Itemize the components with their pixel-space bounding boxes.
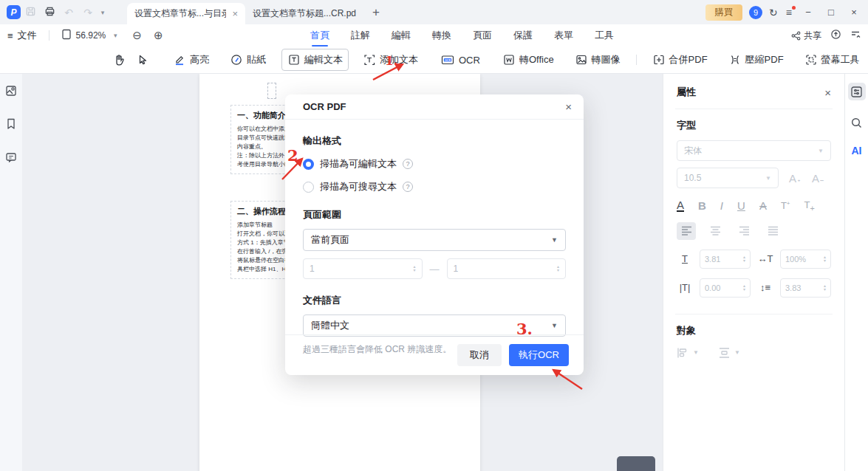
redo-icon[interactable]: ↷ bbox=[78, 7, 98, 18]
tab-document-2[interactable]: 设置文档章节标题...CR.pdf * bbox=[245, 3, 363, 24]
tab-protect[interactable]: 保護 bbox=[513, 25, 533, 46]
object-align-dropdown[interactable]: ▼ bbox=[677, 347, 699, 359]
italic-button[interactable]: I bbox=[720, 199, 723, 212]
align-justify-button[interactable] bbox=[763, 222, 782, 240]
comments-panel-icon[interactable] bbox=[4, 151, 18, 166]
properties-close-icon[interactable]: × bbox=[824, 86, 831, 99]
history-dropdown-icon[interactable]: ▾ bbox=[98, 9, 108, 16]
sync-icon[interactable]: ↻ bbox=[769, 7, 778, 18]
stepper-icons[interactable]: ▴▾ bbox=[413, 265, 415, 272]
stepper-icons[interactable]: ▴▾ bbox=[743, 284, 745, 292]
font-size-select[interactable]: 10.5 ▼ bbox=[677, 168, 779, 188]
highlight-button[interactable]: 高亮 bbox=[168, 49, 214, 70]
document-area[interactable]: 一、功能简介 你可以在文档中添加 目录节点可快速跳转 内容重点。 注：除以上方法… bbox=[22, 74, 663, 471]
object-align-icon bbox=[677, 347, 689, 359]
subscript-button[interactable]: T+ bbox=[804, 199, 815, 213]
tab-home[interactable]: 首頁 bbox=[310, 25, 329, 46]
hand-tool-button[interactable] bbox=[107, 49, 131, 70]
align-center-button[interactable] bbox=[705, 222, 725, 240]
file-menu[interactable]: ≡ 文件 bbox=[7, 29, 37, 42]
tab-convert[interactable]: 轉換 bbox=[432, 25, 451, 46]
select-tool-button[interactable] bbox=[131, 49, 154, 70]
page-from-value: 1 bbox=[310, 264, 315, 274]
radio-editable-text[interactable]: 掃描為可編輯文本 ? bbox=[303, 157, 566, 171]
line-spacing-input[interactable]: 3.83 ▴▾ bbox=[780, 278, 831, 298]
stepper-icons[interactable]: ▴▾ bbox=[557, 265, 559, 272]
tab-label: 设置文档章节标...与目录.pdf bbox=[134, 7, 226, 20]
tab-edit[interactable]: 編輯 bbox=[392, 25, 411, 46]
strikethrough-button[interactable]: A bbox=[759, 199, 767, 212]
buy-button[interactable]: 購買 bbox=[705, 4, 742, 21]
stepper-icons[interactable]: ▴▾ bbox=[743, 255, 745, 263]
compress-pdf-button[interactable]: 壓縮PDF bbox=[723, 49, 789, 70]
screen-tool-button[interactable]: 螢幕工具 bbox=[799, 49, 865, 70]
page-from-input[interactable]: 1 ▴▾ bbox=[303, 258, 423, 279]
decrease-font-icon[interactable]: A˗ bbox=[812, 172, 824, 185]
baseline-input[interactable]: 3.81 ▴▾ bbox=[700, 250, 751, 269]
superscript-button[interactable]: T+ bbox=[781, 200, 790, 211]
share-button[interactable]: 共享 bbox=[791, 30, 821, 42]
maximize-button[interactable]: □ bbox=[823, 7, 839, 18]
ocr-button[interactable]: OCR OCR bbox=[435, 49, 485, 70]
char-scale-input[interactable]: 100% ▴▾ bbox=[780, 250, 831, 269]
save-icon[interactable] bbox=[21, 6, 40, 19]
align-left-button[interactable] bbox=[677, 222, 696, 240]
page-view-icon[interactable] bbox=[61, 29, 72, 42]
tab-close-icon[interactable]: × bbox=[232, 8, 238, 19]
underline-button[interactable]: U bbox=[737, 199, 745, 212]
sticker-button[interactable]: 貼紙 bbox=[225, 49, 271, 70]
minimize-button[interactable]: − bbox=[800, 7, 816, 18]
print-icon[interactable] bbox=[40, 6, 59, 19]
stepper-icons[interactable]: ▴▾ bbox=[824, 284, 826, 292]
tab-annotate[interactable]: 註解 bbox=[351, 25, 370, 46]
chevron-down-icon: ▼ bbox=[765, 175, 771, 182]
stepper-icons[interactable]: ▴▾ bbox=[824, 255, 826, 263]
object-distribute-dropdown[interactable]: ▼ bbox=[718, 347, 740, 359]
properties-title: 屬性 bbox=[677, 86, 696, 99]
zoom-level[interactable]: 56.92% bbox=[76, 30, 106, 41]
font-color-button[interactable]: A bbox=[677, 199, 684, 212]
font-family-select[interactable]: 宋体 ▼ bbox=[677, 140, 831, 161]
merge-pdf-button[interactable]: 合併PDF bbox=[647, 49, 713, 70]
thumbnails-panel-icon[interactable] bbox=[4, 84, 18, 100]
increase-font-icon[interactable]: A˖ bbox=[789, 172, 802, 185]
sticker-label: 貼紙 bbox=[247, 53, 266, 66]
main-menu-icon[interactable]: ≡ bbox=[785, 7, 793, 18]
tab-document-1[interactable]: 设置文档章节标...与目录.pdf × bbox=[127, 3, 245, 24]
zoom-dropdown-icon[interactable]: ▾ bbox=[110, 32, 120, 39]
bold-button[interactable]: B bbox=[698, 199, 706, 212]
upload-icon[interactable] bbox=[830, 29, 841, 42]
to-image-button[interactable]: 轉圖像 bbox=[570, 49, 626, 70]
zoom-out-icon[interactable]: ⊖ bbox=[132, 29, 142, 42]
properties-panel-toggle[interactable] bbox=[848, 83, 866, 100]
char-spacing-input[interactable]: 0.00 ▴▾ bbox=[700, 278, 751, 298]
to-office-button[interactable]: 轉Office bbox=[497, 49, 559, 70]
search-button[interactable] bbox=[848, 114, 866, 131]
new-tab-button[interactable]: + bbox=[363, 5, 389, 20]
notification-badge[interactable]: 9 bbox=[749, 6, 762, 19]
align-right-button[interactable] bbox=[734, 222, 753, 240]
text-cursor-box bbox=[267, 83, 276, 99]
close-button[interactable]: × bbox=[846, 7, 862, 18]
tab-form[interactable]: 表單 bbox=[554, 25, 573, 46]
page-range-select[interactable]: 當前頁面 ▼ bbox=[303, 229, 566, 251]
ocr-label: OCR bbox=[459, 55, 480, 66]
bookmarks-panel-icon[interactable] bbox=[5, 117, 17, 133]
radio-unselected-icon[interactable] bbox=[303, 182, 314, 193]
radio-searchable-text[interactable]: 掃描為可搜尋文本 ? bbox=[303, 180, 566, 193]
zoom-in-icon[interactable]: ⊕ bbox=[154, 29, 163, 42]
tab-page[interactable]: 頁面 bbox=[473, 25, 492, 46]
output-format-label: 輸出格式 bbox=[303, 134, 566, 148]
help-icon[interactable]: ? bbox=[403, 159, 413, 169]
collapse-toolbar-icon[interactable] bbox=[850, 30, 861, 42]
page-to-input[interactable]: 1 ▴▾ bbox=[447, 258, 567, 279]
edit-text-button[interactable]: 編輯文本 bbox=[281, 49, 349, 71]
cancel-button[interactable]: 取消 bbox=[457, 344, 502, 366]
run-ocr-button[interactable]: 執行OCR bbox=[509, 344, 569, 366]
undo-icon[interactable]: ↶ bbox=[59, 7, 78, 18]
radio-selected-icon[interactable] bbox=[303, 159, 314, 170]
help-icon[interactable]: ? bbox=[403, 182, 413, 192]
ai-assistant-button[interactable]: AI bbox=[852, 145, 862, 157]
dialog-close-icon[interactable]: × bbox=[565, 100, 572, 113]
tab-tools[interactable]: 工具 bbox=[595, 25, 614, 46]
